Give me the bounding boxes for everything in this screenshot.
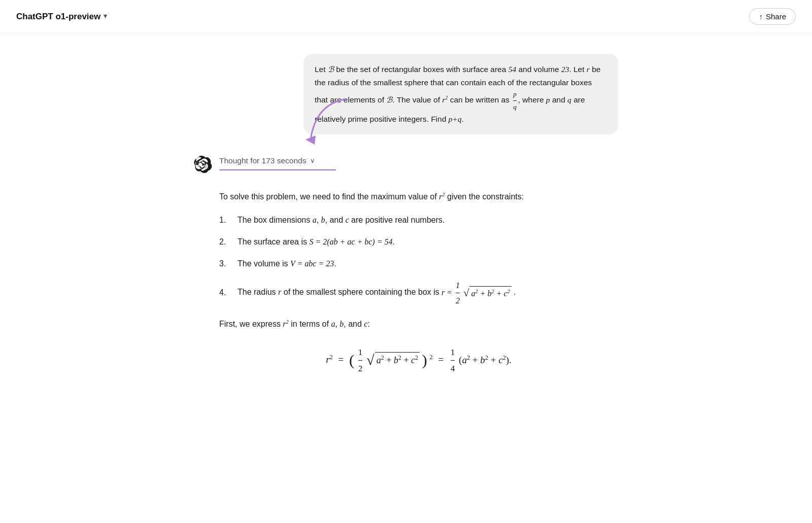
thought-header-text: Thought for 173 seconds (219, 155, 306, 167)
list-num-2: 2. (219, 235, 231, 249)
user-message-container: Let ℬ be the set of rectangular boxes wi… (194, 54, 618, 134)
thought-section: Thought for 173 seconds ∨ (219, 155, 618, 180)
share-icon: ↑ (759, 12, 763, 21)
title-chevron-icon: ▾ (104, 11, 107, 22)
list-item-2-text: The surface area is S = 2(ab + ac + bc) … (238, 235, 395, 249)
list-item-1-text: The box dimensions a, b, and c are posit… (238, 213, 445, 227)
list-item: 3. The volume is V = abc = 23. (219, 257, 618, 270)
list-item: 2. The surface area is S = 2(ab + ac + b… (219, 235, 618, 249)
assistant-avatar-icon (194, 156, 212, 174)
share-button[interactable]: ↑ Share (749, 8, 796, 25)
header: ChatGPT o1-preview ▾ ↑ Share (0, 0, 812, 33)
app-title[interactable]: ChatGPT o1-preview ▾ (16, 10, 107, 23)
thought-header[interactable]: Thought for 173 seconds ∨ (219, 155, 618, 167)
list-num-4: 4. (219, 286, 231, 299)
list-num-1: 1. (219, 213, 231, 227)
response-intro-para: To solve this problem, we need to find t… (219, 190, 618, 203)
share-label: Share (766, 12, 786, 21)
list-item: 4. The radius r of the smallest sphere c… (219, 278, 618, 307)
constraints-list: 1. The box dimensions a, b, and c are po… (219, 213, 618, 308)
app-title-text: ChatGPT o1-preview (16, 10, 100, 23)
list-item-4-text: The radius r of the smallest sphere cont… (238, 278, 516, 307)
thought-underline-decoration (219, 169, 336, 171)
list-num-3: 3. (219, 257, 231, 270)
list-item-3-text: The volume is V = abc = 23. (238, 257, 336, 270)
assistant-row: Thought for 173 seconds ∨ (194, 155, 618, 180)
curved-arrow-decoration (295, 94, 361, 160)
response-second-para: First, we express r2 in terms of a, b, a… (219, 317, 618, 331)
main-content: Let ℬ be the set of rectangular boxes wi… (178, 33, 634, 421)
response-content: To solve this problem, we need to find t… (219, 190, 618, 375)
math-block-r-squared: r2 = ( 1 2 √ a2 + b2 + c2 ) 2 = 1 4 (a2 … (219, 345, 618, 376)
list-item: 1. The box dimensions a, b, and c are po… (219, 213, 618, 227)
